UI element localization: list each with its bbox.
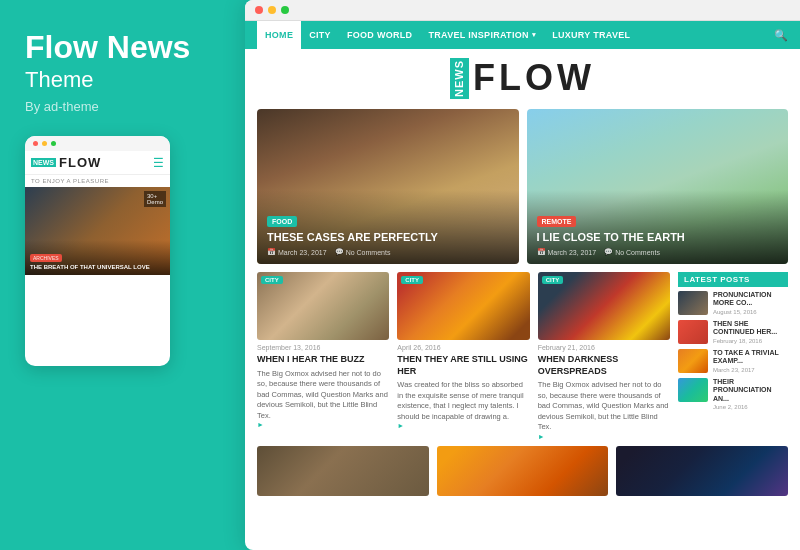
browser-chrome	[245, 0, 800, 21]
bottom-card-img-1	[257, 446, 429, 496]
sidebar-info-1: PRONUNCIATION MORE CO... August 15, 2016	[713, 291, 788, 315]
article-excerpt-1: The Big Oxmox advised her not to do so, …	[257, 369, 389, 422]
mobile-nav: NEWS FLOW ☰	[25, 151, 170, 175]
featured-badge-1: FOOD	[267, 216, 297, 227]
nav-item-luxury-travel[interactable]: LUXURY TRAVEL	[544, 21, 638, 49]
mobile-dot-red	[33, 141, 38, 146]
sidebar-post-1[interactable]: PRONUNCIATION MORE CO... August 15, 2016	[678, 291, 788, 315]
article-title-1: WHEN I HEAR THE BUZZ	[257, 354, 389, 366]
featured-comments-2: 💬 No Comments	[604, 248, 660, 256]
right-panel: HOME CITY FOOD WORLD TRAVEL INSPIRATION …	[245, 0, 800, 550]
site-logo-text: FLOW	[473, 57, 595, 99]
nav-item-travel-inspiration[interactable]: TRAVEL INSPIRATION ▾	[420, 21, 544, 49]
sidebar-post-title-1: PRONUNCIATION MORE CO...	[713, 291, 788, 308]
article-excerpt-2: Was created for the bliss so absorbed in…	[397, 380, 529, 422]
sidebar-post-date-4: June 2, 2016	[713, 404, 788, 410]
sidebar-post-title-4: THEIR PRONUNCIATION AN...	[713, 378, 788, 403]
sidebar-thumb-2	[678, 320, 708, 344]
article-title-2: THEN THEY ARE STILL USING HER	[397, 354, 529, 377]
nav-item-city[interactable]: CITY	[301, 21, 339, 49]
article-meta-2: April 26, 2016	[397, 344, 529, 351]
featured-row: FOOD THESE CASES ARE PERFECTLY 📅 March 2…	[257, 109, 788, 264]
mobile-top-bar	[25, 136, 170, 151]
bottom-card-img-2	[437, 446, 609, 496]
article-read-more-2[interactable]: ►	[397, 422, 529, 429]
mobile-dot-yellow	[42, 141, 47, 146]
article-meta-3: February 21, 2016	[538, 344, 670, 351]
article-read-more-1[interactable]: ►	[257, 421, 389, 428]
article-meta-1: September 13, 2016	[257, 344, 389, 351]
mobile-hero-overlay: ARCHIVES THE BREATH OF THAT UNIVERSAL LO…	[25, 240, 170, 275]
mobile-corner-badge: 30+Demo	[144, 191, 166, 207]
featured-meta-1: 📅 March 23, 2017 💬 No Comments	[267, 248, 509, 256]
sidebar-thumb-3	[678, 349, 708, 373]
site-logo-accent: NEWS	[450, 58, 469, 99]
article-thumb-1: CITY	[257, 272, 389, 340]
nav-item-food-world[interactable]: FOOD WORLD	[339, 21, 421, 49]
site-nav: HOME CITY FOOD WORLD TRAVEL INSPIRATION …	[245, 21, 800, 49]
sidebar-info-3: TO TAKE A TRIVIAL EXAMP... March 23, 201…	[713, 349, 788, 373]
sidebar-post-4[interactable]: THEIR PRONUNCIATION AN... June 2, 2016	[678, 378, 788, 410]
site-content: NEWS FLOW FOOD THESE CASES ARE PERFECTLY…	[245, 49, 800, 550]
sidebar: LATEST POSTS PRONUNCIATION MORE CO... Au…	[678, 272, 788, 440]
sidebar-thumb-4	[678, 378, 708, 402]
bottom-card-1[interactable]	[257, 446, 429, 496]
article-cat-badge-3: CITY	[542, 276, 564, 284]
site-nav-items: HOME CITY FOOD WORLD TRAVEL INSPIRATION …	[257, 21, 638, 49]
sidebar-post-2[interactable]: THEN SHE CONTINUED HER... February 18, 2…	[678, 320, 788, 344]
mobile-hamburger-icon[interactable]: ☰	[153, 156, 164, 170]
site-logo: NEWS FLOW	[257, 57, 788, 99]
sidebar-post-3[interactable]: TO TAKE A TRIVIAL EXAMP... March 23, 201…	[678, 349, 788, 373]
sidebar-post-title-2: THEN SHE CONTINUED HER...	[713, 320, 788, 337]
mobile-logo-accent: NEWS	[31, 158, 56, 167]
featured-title-2: I LIE CLOSE TO THE EARTH	[537, 230, 779, 244]
article-read-more-3[interactable]: ►	[538, 433, 670, 440]
mobile-hero-label: TO ENJOY A PLEASURE	[25, 175, 170, 187]
featured-comments-1: 💬 No Comments	[335, 248, 391, 256]
mobile-hero-image: 30+Demo ARCHIVES THE BREATH OF THAT UNIV…	[25, 187, 170, 275]
bottom-row	[257, 446, 788, 496]
mobile-hero-badge: ARCHIVES	[30, 254, 62, 262]
sidebar-thumb-1	[678, 291, 708, 315]
bottom-card-3[interactable]	[616, 446, 788, 496]
featured-date-2: 📅 March 23, 2017	[537, 248, 597, 256]
sidebar-info-4: THEIR PRONUNCIATION AN... June 2, 2016	[713, 378, 788, 410]
article-thumb-3: CITY	[538, 272, 670, 340]
nav-item-home[interactable]: HOME	[257, 21, 301, 49]
theme-title: Flow News	[25, 30, 220, 65]
featured-card-overlay-2: REMOTE I LIE CLOSE TO THE EARTH 📅 March …	[527, 190, 789, 264]
featured-card-overlay-1: FOOD THESE CASES ARE PERFECTLY 📅 March 2…	[257, 190, 519, 264]
article-cat-badge-2: CITY	[401, 276, 423, 284]
sidebar-post-date-3: March 23, 2017	[713, 367, 788, 373]
featured-card-2[interactable]: REMOTE I LIE CLOSE TO THE EARTH 📅 March …	[527, 109, 789, 264]
sidebar-heading: LATEST POSTS	[678, 272, 788, 287]
browser-dot-green	[281, 6, 289, 14]
travel-dropdown-icon: ▾	[532, 31, 536, 39]
theme-byline: By ad-theme	[25, 99, 220, 114]
mobile-mockup: NEWS FLOW ☰ TO ENJOY A PLEASURE 30+Demo …	[25, 136, 170, 366]
featured-date-1: 📅 March 23, 2017	[267, 248, 327, 256]
search-icon[interactable]: 🔍	[774, 29, 788, 42]
bottom-card-img-3	[616, 446, 788, 496]
article-title-3: WHEN DARKNESS OVERSPREADS	[538, 354, 670, 377]
article-thumb-2: CITY	[397, 272, 529, 340]
left-panel: Flow News Theme By ad-theme NEWS FLOW ☰ …	[0, 0, 245, 550]
sidebar-info-2: THEN SHE CONTINUED HER... February 18, 2…	[713, 320, 788, 344]
sidebar-post-date-1: August 15, 2016	[713, 309, 788, 315]
featured-card-1[interactable]: FOOD THESE CASES ARE PERFECTLY 📅 March 2…	[257, 109, 519, 264]
articles-main: CITY September 13, 2016 WHEN I HEAR THE …	[257, 272, 670, 440]
article-card-1: CITY September 13, 2016 WHEN I HEAR THE …	[257, 272, 389, 440]
theme-subtitle: Theme	[25, 67, 220, 93]
sidebar-post-date-2: February 18, 2016	[713, 338, 788, 344]
mobile-hero-title: THE BREATH OF THAT UNIVERSAL LOVE	[30, 264, 165, 271]
featured-badge-2: REMOTE	[537, 216, 577, 227]
article-cat-badge-1: CITY	[261, 276, 283, 284]
mobile-logo-text: FLOW	[59, 155, 101, 170]
sidebar-post-title-3: TO TAKE A TRIVIAL EXAMP...	[713, 349, 788, 366]
browser-dot-yellow	[268, 6, 276, 14]
article-card-2: CITY April 26, 2016 THEN THEY ARE STILL …	[397, 272, 529, 440]
featured-title-1: THESE CASES ARE PERFECTLY	[267, 230, 509, 244]
browser-dot-red	[255, 6, 263, 14]
mobile-dot-green	[51, 141, 56, 146]
bottom-card-2[interactable]	[437, 446, 609, 496]
